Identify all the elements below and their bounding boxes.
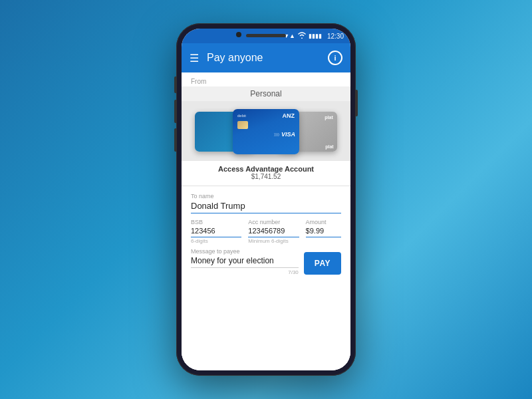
card-right-label: plat	[325, 114, 333, 120]
phone-screen: ▼▲ ▮▮▮▮ 12:30 ☰ Pay anyone i	[182, 29, 350, 370]
bsb-label: BSB	[191, 219, 241, 225]
page-title: Pay anyone	[207, 52, 328, 64]
amount-label: Amount	[306, 219, 341, 225]
bsb-hint: 6-digits	[191, 238, 241, 244]
amount-field-col: Amount $9.99	[306, 219, 341, 244]
acc-field-col: Acc number 123456789 Minimum 6-digits	[248, 219, 299, 244]
bsb-acc-amount-row: BSB 123456 6-digits Acc number 123456789…	[191, 219, 341, 244]
card-debit-label: debit	[237, 114, 246, 118]
card-anz-logo: ANZ	[283, 112, 295, 119]
phone-button-left2	[174, 100, 176, 123]
message-row: Message to payee Money for your election…	[191, 248, 341, 275]
acc-label: Acc number	[248, 219, 299, 225]
battery-icon: ▮▮▮▮	[309, 33, 322, 39]
message-field: Message to payee Money for your election…	[191, 248, 299, 275]
bsb-value[interactable]: 123456	[191, 227, 241, 237]
from-label: From	[191, 78, 341, 85]
phone-device: ▼▲ ▮▮▮▮ 12:30 ☰ Pay anyone i	[176, 23, 356, 376]
phone-speaker	[246, 34, 286, 37]
message-value[interactable]: Money for your election	[191, 256, 299, 268]
card-chip	[237, 121, 248, 129]
phone-button-left3	[174, 128, 176, 152]
card-center[interactable]: debit ANZ )))) VISA	[233, 109, 299, 154]
message-label: Message to payee	[191, 248, 299, 255]
card-visa-logo: VISA	[281, 131, 295, 138]
menu-icon[interactable]: ☰	[190, 52, 199, 65]
card-visa-area: )))) VISA	[233, 131, 299, 138]
card-carousel-wrapper: Personal )))) VISA d	[182, 86, 350, 161]
message-count: 7/30	[191, 269, 299, 275]
to-name-value[interactable]: Donald Trump	[191, 201, 341, 213]
status-icons: ▼▲ ▮▮▮▮ 12:30	[283, 32, 344, 40]
phone-camera	[236, 32, 241, 37]
acc-hint: Minimum 6-digits	[248, 238, 299, 244]
card-right-plat-label: plat	[325, 144, 334, 149]
from-section: From	[182, 72, 350, 86]
card-paywave-icon: ))))	[274, 132, 279, 136]
card-carousel[interactable]: )))) VISA debit ANZ )))) VISA	[182, 101, 350, 161]
form-section: To name Donald Trump BSB 123456 6-digits…	[182, 186, 350, 370]
phone-button-left1	[174, 76, 176, 93]
to-name-field-group: To name Donald Trump	[191, 193, 341, 213]
top-bar: ☰ Pay anyone i	[182, 43, 350, 72]
personal-label: Personal	[182, 86, 350, 101]
content-area: From Personal )))) VISA	[182, 72, 350, 370]
phone-button-right	[356, 90, 358, 116]
account-info: Access Advantage Account $1,741.52	[182, 161, 350, 186]
info-icon[interactable]: i	[328, 51, 342, 65]
account-balance: $1,741.52	[182, 173, 350, 180]
pay-button[interactable]: PAY	[304, 252, 341, 275]
time-display: 12:30	[327, 33, 344, 40]
to-name-label: To name	[191, 193, 341, 200]
bsb-field-col: BSB 123456 6-digits	[191, 219, 241, 244]
account-name: Access Advantage Account	[182, 165, 350, 173]
card-header: debit ANZ	[233, 109, 299, 119]
wifi-icon	[298, 32, 306, 40]
amount-value[interactable]: $9.99	[306, 227, 341, 237]
acc-value[interactable]: 123456789	[248, 227, 299, 237]
